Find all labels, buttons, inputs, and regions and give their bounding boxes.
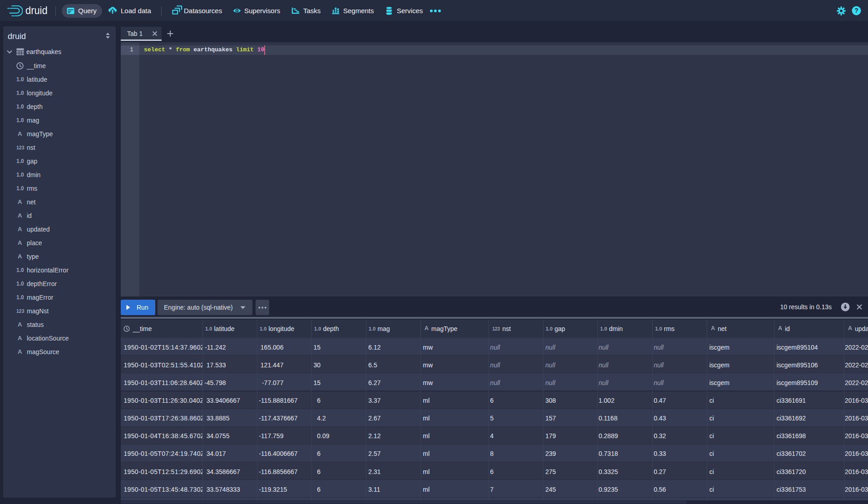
svg-text:?: ? — [854, 7, 858, 14]
